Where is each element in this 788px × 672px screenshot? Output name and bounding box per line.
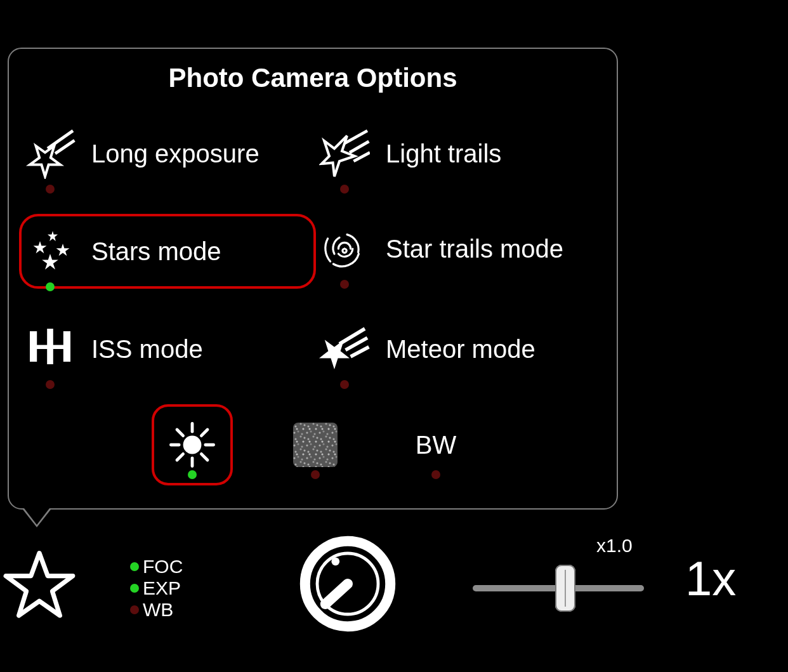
mode-star-trails[interactable]: Star trails mode (316, 214, 610, 284)
svg-marker-0 (30, 146, 60, 176)
svg-marker-7 (42, 254, 58, 270)
star-outline-icon (1, 547, 77, 623)
slider-value: x1.0 (596, 535, 633, 557)
slider-thumb[interactable] (555, 565, 575, 612)
camera-options-popup: Photo Camera Options Long exposure (8, 48, 618, 510)
zoom-button[interactable]: 1x (685, 551, 736, 606)
sub-option-row: BW (15, 404, 610, 485)
noise-icon (293, 423, 338, 467)
svg-marker-8 (56, 244, 70, 256)
iss-icon (22, 320, 79, 378)
meteor-icon (316, 320, 373, 378)
status-dot (46, 282, 55, 291)
mode-iss[interactable]: ISS mode (22, 314, 316, 384)
status-dot (188, 470, 197, 479)
svg-rect-14 (30, 345, 70, 349)
mode-light-trails[interactable]: Light trails (316, 119, 610, 188)
status-dot (46, 185, 55, 194)
option-noise-reduction[interactable] (277, 407, 353, 483)
status-dot (130, 605, 139, 614)
shooting-star-outline-icon (22, 125, 79, 182)
mode-menu-button[interactable] (1, 547, 77, 623)
status-dot (340, 380, 349, 389)
indicator-exp: EXP (130, 577, 183, 599)
option-brightness[interactable] (152, 404, 233, 485)
svg-line-5 (350, 142, 369, 153)
light-trails-icon (316, 125, 373, 182)
svg-marker-28 (6, 553, 73, 616)
indicator-label: FOC (143, 556, 183, 577)
bottom-toolbar: FOC EXP WB x1.0 1x (0, 533, 788, 654)
status-dot (130, 584, 139, 593)
indicator-foc: FOC (130, 556, 183, 577)
zoom-slider[interactable] (473, 569, 644, 607)
mode-meteor[interactable]: Meteor mode (316, 314, 610, 384)
bw-label: BW (416, 431, 456, 459)
svg-marker-10 (48, 231, 58, 241)
svg-point-31 (331, 557, 339, 565)
sun-icon (167, 419, 218, 470)
status-dot (431, 470, 440, 479)
option-bw[interactable]: BW (398, 407, 474, 483)
status-dot (130, 562, 139, 571)
indicator-label: WB (143, 599, 173, 621)
mode-label: Light trails (386, 140, 501, 168)
mode-label: Meteor mode (386, 335, 535, 364)
svg-line-18 (351, 347, 369, 357)
indicator-wb: WB (130, 599, 183, 621)
svg-marker-15 (319, 340, 350, 369)
stars-icon (22, 223, 79, 280)
timer-button[interactable] (297, 533, 398, 635)
lock-indicators: FOC EXP WB (130, 556, 183, 621)
mode-label: Long exposure (91, 140, 259, 168)
spiral-icon (316, 220, 373, 277)
timer-icon (297, 533, 398, 635)
svg-line-27 (177, 454, 183, 460)
svg-point-19 (183, 436, 202, 454)
popup-pointer-fill (24, 508, 49, 525)
svg-line-25 (201, 454, 207, 460)
popup-title: Photo Camera Options (15, 63, 610, 93)
mode-long-exposure[interactable]: Long exposure (22, 119, 316, 188)
mode-label: Stars mode (91, 237, 221, 266)
svg-line-24 (177, 430, 183, 436)
svg-line-32 (325, 584, 348, 604)
mode-label: Star trails mode (386, 235, 563, 263)
svg-line-26 (201, 430, 207, 436)
status-dot (46, 380, 55, 389)
status-dot (311, 470, 320, 479)
svg-marker-9 (34, 241, 47, 253)
mode-grid: Long exposure Light trails (15, 119, 610, 384)
indicator-label: EXP (143, 577, 181, 599)
mode-stars[interactable]: Stars mode (19, 214, 316, 289)
status-dot (340, 185, 349, 194)
mode-label: ISS mode (91, 335, 203, 364)
status-dot (340, 280, 349, 289)
